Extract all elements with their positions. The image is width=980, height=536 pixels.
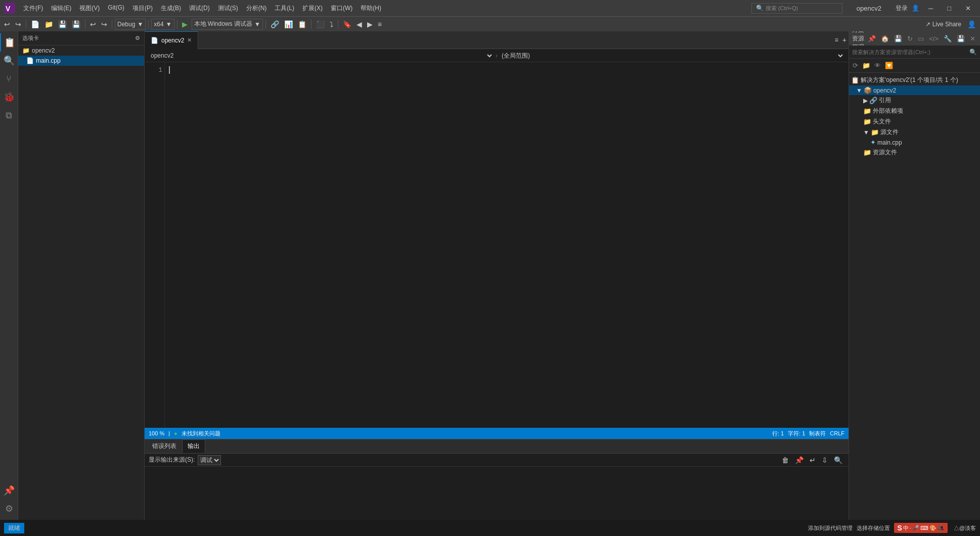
se-sources-item[interactable]: ▼ 📁 源文件 — [849, 127, 980, 138]
output-source-select[interactable]: 调试 — [198, 455, 221, 465]
login-button[interactable]: 登录 — [896, 4, 908, 13]
se-close-button[interactable]: ✕ — [968, 34, 977, 43]
se-resources-item[interactable]: 📁 资源文件 — [849, 147, 980, 158]
se-filter-button[interactable]: 🔽 — [883, 61, 895, 70]
sidebar-settings-icon[interactable]: ⚙ — [135, 35, 140, 41]
save-button[interactable]: 💾 — [56, 19, 69, 29]
code-editor[interactable] — [165, 62, 849, 428]
save-all-button[interactable]: 💾 — [70, 19, 82, 29]
activity-extensions2[interactable]: ⧉ — [0, 106, 18, 124]
output-pin-button[interactable]: 📌 — [793, 455, 806, 465]
bookmark-prev-button[interactable]: ◀ — [354, 19, 364, 29]
diagnostics-button[interactable]: 📋 — [296, 19, 308, 29]
project-icon: 📦 — [864, 86, 872, 94]
activity-search[interactable]: 🔍 — [0, 52, 18, 70]
sidebar-file-item[interactable]: 📄 main.cpp — [18, 56, 144, 66]
output-tab-button[interactable]: 输出 — [182, 439, 205, 453]
se-pin-button[interactable]: 📌 — [866, 34, 877, 43]
sidebar-project-item[interactable]: 📁 opencv2 — [18, 46, 144, 56]
zoom-level[interactable]: 100 % — [149, 430, 164, 436]
activity-debug3[interactable]: 🐞 — [0, 88, 18, 106]
se-headers-item[interactable]: 📁 头文件 — [849, 116, 980, 127]
menu-project[interactable]: 项目(P) — [128, 2, 157, 15]
bookmark-options-button[interactable]: ≡ — [376, 19, 384, 29]
se-show-all-button[interactable]: 👁 — [873, 61, 882, 70]
bookmark-button[interactable]: 🔖 — [341, 19, 353, 29]
step-over-button[interactable]: ⤵ — [328, 19, 335, 29]
se-main-cpp-item[interactable]: ✦ main.cpp — [849, 138, 980, 147]
col-status: 字符: 1 — [788, 430, 805, 437]
menu-extensions[interactable]: 扩展(X) — [298, 2, 327, 15]
activity-settings2[interactable]: ⚙ — [0, 500, 18, 518]
se-solution-item[interactable]: 📋 解决方案'opencv2'(1 个项目/共 1 个) — [849, 75, 980, 85]
menu-analyze[interactable]: 分析(N) — [242, 2, 271, 15]
bookmark-next-button[interactable]: ▶ — [365, 19, 375, 29]
menu-edit[interactable]: 编辑(E) — [47, 2, 75, 15]
output-scroll-button[interactable]: ⇩ — [820, 455, 830, 465]
se-search-icon[interactable]: 🔍 — [969, 49, 977, 56]
menu-git[interactable]: Git(G) — [104, 2, 128, 15]
se-search-input[interactable] — [852, 49, 967, 55]
se-external-deps-item[interactable]: 📁 外部依赖项 — [849, 106, 980, 116]
menu-window[interactable]: 窗口(W) — [327, 2, 357, 15]
encoding-status[interactable]: 制表符 — [809, 430, 826, 437]
menu-help[interactable]: 帮助(H) — [357, 2, 385, 15]
title-bar: V 文件(F) 编辑(E) 视图(V) Git(G) 项目(P) 生成(B) 调… — [0, 0, 980, 16]
new-file-button[interactable]: 📄 — [29, 19, 41, 29]
global-search-box[interactable]: 🔍 搜索 (Ctrl+Q) — [751, 3, 842, 14]
se-code-button[interactable]: </> — [927, 34, 940, 43]
error-list-tab[interactable]: 错误列表 — [147, 439, 182, 453]
se-refresh-button[interactable]: ↻ — [906, 34, 914, 43]
nav-scope-dropdown[interactable]: (全局范围) — [500, 52, 844, 60]
live-share-button[interactable]: ↗ Live Share — [922, 20, 964, 29]
menu-build[interactable]: 生成(B) — [157, 2, 185, 15]
editor-tab-main[interactable]: 📄 opencv2 ✕ — [145, 31, 198, 49]
tab-list-button[interactable]: ≡ — [833, 35, 840, 44]
se-save-button[interactable]: 💾 — [893, 34, 904, 43]
se-sync-button[interactable]: ⟳ — [851, 61, 860, 70]
profile-button[interactable]: 📊 — [282, 19, 295, 29]
se-folder-view-button[interactable]: 📁 — [861, 61, 872, 70]
platform-dropdown[interactable]: x64 ▼ — [151, 19, 174, 30]
new-tab-button[interactable]: + — [840, 35, 849, 45]
output-clear-button[interactable]: 🗑 — [780, 455, 791, 465]
activity-explorer[interactable]: 📋 — [0, 33, 18, 52]
ref-expand-icon: ▶ — [863, 97, 868, 104]
add-source-button[interactable]: 添加到源代码管理 — [808, 524, 853, 532]
activity-pin[interactable]: 📌 — [0, 481, 18, 500]
save-location-button[interactable]: 选择存储位置 — [857, 524, 890, 532]
maximize-button[interactable]: □ — [942, 3, 956, 14]
line-ending-status[interactable]: CRLF — [830, 430, 844, 436]
breakpoint-button[interactable]: ⬛ — [314, 19, 327, 29]
close-button[interactable]: ✕ — [960, 3, 976, 14]
menu-file[interactable]: 文件(F) — [19, 2, 47, 15]
se-home-button[interactable]: 🏠 — [879, 34, 890, 43]
activity-git[interactable]: ⑂ — [0, 70, 18, 88]
menu-view[interactable]: 视图(V) — [75, 2, 104, 15]
minimize-button[interactable]: ─ — [923, 3, 938, 14]
undo-button[interactable]: ↩ — [88, 19, 98, 29]
run-button[interactable]: ▶ — [180, 19, 190, 29]
se-collapse-button[interactable]: ▭ — [916, 34, 925, 43]
redo-button[interactable]: ↪ — [99, 19, 109, 29]
se-references-item[interactable]: ▶ 🔗 引用 — [849, 95, 980, 106]
nav-file-dropdown[interactable]: opencv2 — [149, 52, 494, 60]
menu-debug[interactable]: 调试(D) — [185, 2, 214, 15]
account-icon[interactable]: 👤 — [912, 5, 919, 12]
attach-button[interactable]: 🔗 — [269, 19, 281, 29]
run-target-dropdown[interactable]: 本地 Windows 调试器 ▼ — [192, 19, 263, 30]
editor-content[interactable]: 1 — [145, 62, 849, 428]
menu-tools[interactable]: 工具(L) — [271, 2, 298, 15]
forward-button[interactable]: ↪ — [13, 19, 23, 29]
se-project-item[interactable]: ▼ 📦 opencv2 — [849, 85, 980, 95]
debug-config-dropdown[interactable]: Debug ▼ — [115, 19, 146, 30]
se-save2-button[interactable]: 💾 — [955, 34, 966, 43]
menu-test[interactable]: 测试(S) — [214, 2, 242, 15]
open-file-button[interactable]: 📁 — [42, 19, 55, 29]
output-find-button[interactable]: 🔍 — [832, 455, 844, 465]
se-tools-button[interactable]: 🔧 — [942, 34, 953, 43]
back-button[interactable]: ↩ — [2, 19, 12, 29]
live-share-extra-button[interactable]: 👤 — [965, 19, 978, 29]
tab-close-button[interactable]: ✕ — [187, 37, 192, 43]
output-wrap-button[interactable]: ↵ — [808, 455, 818, 465]
